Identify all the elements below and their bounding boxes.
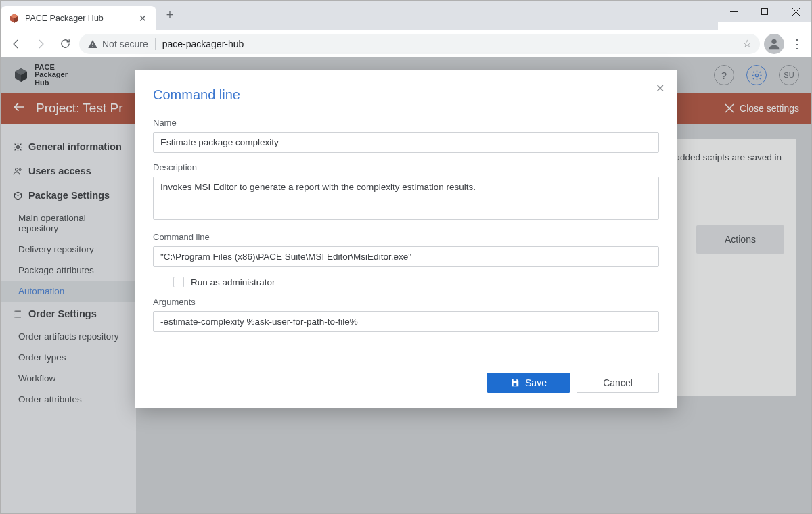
browser-menu-button[interactable]: ⋮ <box>788 34 806 54</box>
warning-icon <box>87 39 98 49</box>
divider <box>155 38 156 50</box>
description-input[interactable] <box>153 177 659 220</box>
checkbox-icon <box>173 277 184 287</box>
back-button[interactable] <box>6 34 26 54</box>
svg-rect-5 <box>92 46 93 47</box>
label-arguments: Arguments <box>153 297 659 307</box>
command-line-input[interactable] <box>153 246 659 267</box>
window-titlebar: PACE Packager Hub ✕ + <box>1 1 811 30</box>
label-command-line: Command line <box>153 232 659 242</box>
bookmark-star-icon[interactable]: ☆ <box>742 37 752 50</box>
label-description: Description <box>153 162 659 172</box>
person-icon <box>767 37 782 51</box>
tab-title: PACE Packager Hub <box>25 14 104 23</box>
tab-strip: PACE Packager Hub ✕ + <box>1 1 718 30</box>
window-controls <box>718 1 811 22</box>
modal-title: Command line <box>153 87 659 103</box>
svg-point-6 <box>771 39 776 43</box>
svg-rect-16 <box>514 379 517 381</box>
close-window-button[interactable] <box>780 1 811 22</box>
modal-close-button[interactable]: ✕ <box>656 82 664 95</box>
svg-rect-4 <box>92 43 93 45</box>
svg-rect-17 <box>514 383 517 386</box>
modal-overlay: ✕ Command line Name Description Command … <box>1 57 811 513</box>
url-text: pace-packager-hub <box>162 39 244 49</box>
run-as-admin-checkbox[interactable]: Run as administrator <box>153 277 659 287</box>
tab-close-icon[interactable]: ✕ <box>137 13 148 24</box>
arguments-input[interactable] <box>153 311 659 332</box>
browser-toolbar: Not secure pace-packager-hub ☆ ⋮ <box>1 30 811 57</box>
not-secure-badge: Not secure <box>87 39 148 49</box>
browser-tab[interactable]: PACE Packager Hub ✕ <box>1 6 156 30</box>
maximize-button[interactable] <box>749 1 780 22</box>
address-bar[interactable]: Not secure pace-packager-hub ☆ <box>79 34 760 54</box>
save-icon <box>510 378 520 388</box>
label-name: Name <box>153 118 659 128</box>
command-line-modal: ✕ Command line Name Description Command … <box>135 70 677 408</box>
modal-actions: Save Cancel <box>153 373 659 393</box>
save-button[interactable]: Save <box>487 373 570 393</box>
cube-icon <box>9 13 20 24</box>
name-input[interactable] <box>153 132 659 153</box>
minimize-button[interactable] <box>718 1 749 22</box>
cancel-button[interactable]: Cancel <box>577 373 659 393</box>
svg-rect-1 <box>762 9 768 15</box>
reload-button[interactable] <box>55 34 75 54</box>
forward-button[interactable] <box>30 34 51 54</box>
new-tab-button[interactable]: + <box>160 6 179 25</box>
profile-avatar[interactable] <box>764 34 784 54</box>
run-as-admin-label: Run as administrator <box>191 277 275 287</box>
